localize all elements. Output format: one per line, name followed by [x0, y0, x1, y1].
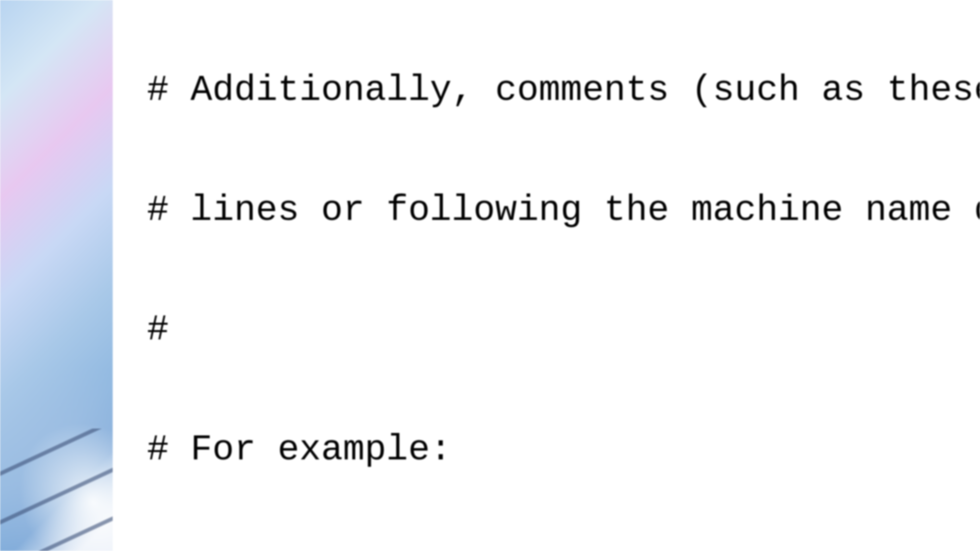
text-line[interactable]: #: [147, 310, 980, 350]
text-line[interactable]: # Additionally, comments (such as these)…: [147, 70, 980, 110]
desktop-wallpaper: [0, 0, 113, 551]
text-line[interactable]: # For example:: [147, 430, 980, 470]
text-line[interactable]: # lines or following the machine name de…: [147, 190, 980, 230]
hosts-file-content[interactable]: # Additionally, comments (such as these)…: [147, 0, 980, 551]
text-editor-window[interactable]: # Additionally, comments (such as these)…: [113, 0, 980, 551]
